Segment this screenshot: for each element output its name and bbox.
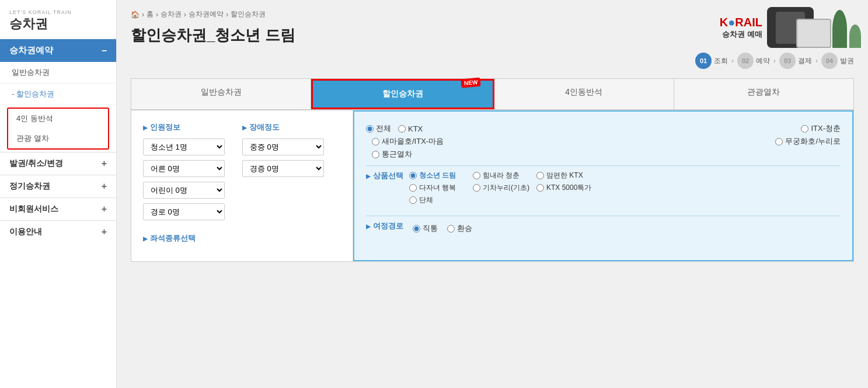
child-select[interactable]: 어린이 0명 어린이 1명 어린이 2명 — [143, 182, 225, 199]
step-1-label: 조회 — [714, 56, 728, 66]
radio-transfer[interactable]: 환승 — [447, 223, 472, 234]
radio-itx[interactable]: ITX-청춘 — [801, 123, 841, 134]
step-4: 04 발권 — [821, 53, 854, 69]
step-1: 01 조회 — [695, 53, 728, 69]
tab-4person[interactable]: 4인동반석 — [494, 79, 674, 109]
breadcrumb-item-4: 할인승차권 — [231, 9, 266, 19]
breadcrumb-sep-4: › — [226, 11, 228, 19]
product-ktx5000[interactable]: KTX 5000특가 — [536, 183, 593, 193]
disability-title: 장애정도 — [242, 122, 324, 133]
korail-subtitle: 승차권 예매 — [720, 29, 762, 40]
breadcrumb-sep-2: › — [156, 11, 158, 19]
train-type-group-2: 새마을호/ITX-마음 무궁화호/누리로 — [366, 136, 841, 147]
severe-row: 중증 0명 중증 1명 중증 2명 — [242, 138, 324, 155]
sidebar-label-nonmember: 비회원서비스 — [9, 204, 58, 214]
plus-icon-1: + — [102, 158, 107, 169]
new-badge: NEW — [461, 78, 482, 88]
radio-saemaul[interactable]: 새마을호/ITX-마음 — [372, 136, 444, 147]
child-row: 어린이 0명 어린이 1명 어린이 2명 — [143, 182, 225, 199]
sidebar-item-nonmember[interactable]: 비회원서비스 + — [0, 198, 116, 220]
minus-icon: − — [102, 46, 107, 56]
step-3-circle: 03 — [779, 53, 796, 69]
sidebar-item-4person[interactable]: 4인 동반석 — [8, 109, 108, 129]
main-content: K●RAIL 승차권 예매 🏠 › 홈 › 승차권 › 승차권예약 › 할 — [117, 0, 868, 388]
plus-icon-3: + — [102, 204, 107, 214]
sidebar-label-issue: 발권/취소/변경 — [9, 158, 63, 169]
journey-title: 여정경로 — [366, 221, 403, 231]
senior-select[interactable]: 경로 0명 경로 1명 경로 2명 — [143, 203, 225, 220]
journey-section: 여정경로 직통 환승 — [366, 221, 841, 236]
breadcrumb-sep-1: › — [142, 11, 144, 19]
plus-icon-2: + — [102, 181, 107, 192]
product-편한ktx[interactable]: 맘편한 KTX — [536, 171, 593, 181]
sidebar-logo-small: LET'S KORAIL TRAIN — [9, 9, 107, 15]
step-arrow-3: › — [815, 57, 818, 65]
step-2: 02 예약 — [737, 53, 770, 69]
breadcrumb-sep-3: › — [184, 11, 186, 19]
radio-commute[interactable]: 통근열차 — [372, 149, 412, 160]
left-panel: 인원정보 청소년 1명 청소년 0명 청소년 2명 어른 0명 어른 1명 어른… — [131, 110, 353, 261]
step-3: 03 결제 — [779, 53, 812, 69]
train-type-group-3: 통근열차 — [366, 149, 841, 160]
sidebar-section-label: 승차권예약 — [9, 45, 53, 56]
adult-row: 어른 0명 어른 1명 어른 2명 — [143, 160, 225, 177]
disability-section: 장애정도 중증 0명 중증 1명 중증 2명 경증 0명 경증 1명 경증 2명 — [242, 122, 324, 225]
steps-indicator: 01 조회 › 02 예약 › 03 결제 › 04 발권 — [131, 53, 854, 69]
passenger-section: 인원정보 청소년 1명 청소년 0명 청소년 2명 어른 0명 어른 1명 어른… — [143, 122, 225, 225]
step-arrow-1: › — [731, 57, 734, 65]
product-힘내라[interactable]: 힘내라 청춘 — [473, 171, 529, 181]
plus-icon-4: + — [102, 227, 107, 237]
radio-all[interactable]: 전체 — [366, 123, 391, 134]
sidebar-logo: LET'S KORAIL TRAIN 승차권 — [0, 0, 116, 39]
right-panel: 전체 KTX ITX-청춘 새마을호/ITX-마음 — [353, 110, 853, 261]
youth-select[interactable]: 청소년 1명 청소년 0명 청소년 2명 — [143, 138, 225, 155]
step-3-label: 결제 — [798, 56, 812, 66]
sidebar-item-issue-cancel[interactable]: 발권/취소/변경 + — [0, 152, 116, 175]
sidebar-item-periodic[interactable]: 정기승차권 + — [0, 175, 116, 198]
youth-row: 청소년 1명 청소년 0명 청소년 2명 — [143, 138, 225, 155]
sidebar-item-guide[interactable]: 이용안내 + — [0, 220, 116, 243]
radio-mugung[interactable]: 무궁화호/누리로 — [775, 136, 841, 147]
sidebar-label-periodic: 정기승차권 — [9, 181, 50, 192]
step-arrow-2: › — [773, 57, 776, 65]
breadcrumb-item-3[interactable]: 승차권예약 — [189, 9, 224, 19]
sidebar: LET'S KORAIL TRAIN 승차권 승차권예약 − 일반승차권 - 할… — [0, 0, 117, 388]
sidebar-item-ticket-reservation[interactable]: 승차권예약 − — [0, 39, 116, 62]
product-다자녀[interactable]: 다자녀 행복 — [409, 183, 466, 193]
radio-ktx[interactable]: KTX — [398, 124, 423, 133]
product-grid: 청소년 드림 힘내라 청춘 맘편한 KTX 다자녀 행복 — [409, 171, 593, 205]
tab-bar: 일반승차권 할인승차권 NEW 4인동반석 관광열차 — [131, 78, 854, 110]
product-youth-dream[interactable]: 청소년 드림 — [409, 171, 466, 181]
tab-tour[interactable]: 관광열차 — [674, 79, 853, 109]
tab-discount[interactable]: 할인승차권 NEW — [311, 79, 494, 109]
content-area: 인원정보 청소년 1명 청소년 0명 청소년 2명 어른 0명 어른 1명 어른… — [131, 110, 854, 262]
product-단체[interactable]: 단체 — [409, 195, 466, 205]
step-2-circle: 02 — [737, 53, 754, 69]
breadcrumb-home-icon: 🏠 — [131, 11, 140, 19]
sidebar-label-guide: 이용안내 — [9, 227, 42, 237]
product-기차누리[interactable]: 기차누리(기초) — [473, 183, 529, 193]
train-type-group: 전체 KTX ITX-청춘 — [366, 123, 841, 134]
mild-select[interactable]: 경증 0명 경증 1명 경증 2명 — [242, 160, 324, 177]
radio-direct[interactable]: 직통 — [413, 223, 438, 234]
step-1-circle: 01 — [695, 53, 712, 69]
korail-banner: K●RAIL 승차권 예매 — [720, 7, 861, 48]
sidebar-item-tour-train[interactable]: 관광 열차 — [8, 129, 108, 148]
sidebar-title: 승차권 — [9, 15, 107, 33]
step-2-label: 예약 — [756, 56, 770, 66]
breadcrumb-item-1[interactable]: 홈 — [147, 9, 154, 19]
breadcrumb-item-2[interactable]: 승차권 — [161, 9, 182, 19]
adult-select[interactable]: 어른 0명 어른 1명 어른 2명 — [143, 160, 225, 177]
korail-logo: K●RAIL — [720, 16, 762, 29]
sidebar-item-general-ticket[interactable]: 일반승차권 — [0, 62, 116, 84]
tab-general[interactable]: 일반승차권 — [131, 79, 311, 109]
seat-title: 좌석종류선택 — [143, 233, 341, 244]
sidebar-item-discount-ticket[interactable]: - 할인승차권 — [0, 84, 116, 105]
severe-select[interactable]: 중증 0명 중증 1명 중증 2명 — [242, 138, 324, 155]
step-4-label: 발권 — [840, 56, 854, 66]
step-4-circle: 04 — [821, 53, 838, 69]
senior-row: 경로 0명 경로 1명 경로 2명 — [143, 203, 225, 220]
korail-phone-icon — [767, 7, 814, 48]
mild-row: 경증 0명 경증 1명 경증 2명 — [242, 160, 324, 177]
sidebar-box: 4인 동반석 관광 열차 — [7, 108, 109, 150]
